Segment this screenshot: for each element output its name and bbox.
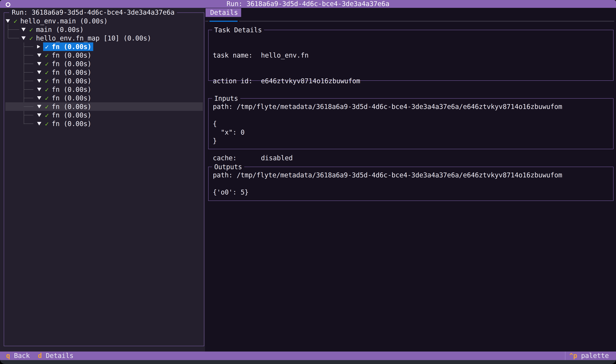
- tab-underline-active: [209, 21, 238, 22]
- triangle-down-icon[interactable]: [6, 19, 10, 23]
- tree-node-fn[interactable]: ✓fn (0.00s): [5, 60, 203, 68]
- key-ctrl-p: ^p: [569, 351, 577, 360]
- tree-panel-title: Run: 3618a6a9-3d5d-4d6c-bce4-3de3a4a37e6…: [9, 8, 177, 17]
- tree-node-fn[interactable]: ✓fn (0.00s): [5, 94, 203, 102]
- outputs-box: Outputs path: /tmp/flyte/metadata/3618a6…: [208, 167, 614, 201]
- check-icon: ✓: [29, 26, 34, 33]
- status-bar-hints: qBack dDetails: [6, 351, 74, 360]
- kv-value: e646ztvkyv8714o16zbuwufom: [261, 77, 360, 85]
- tree-node-label: fn (0.00s): [52, 94, 91, 102]
- task-details-box: Task Details task name:hello_env.fn acti…: [208, 30, 614, 81]
- tree-node-label: hello_env.main (0.00s): [20, 17, 108, 25]
- hint-back[interactable]: qBack: [6, 351, 30, 360]
- window-bottom-edge: [0, 360, 616, 364]
- kv-label: action id:: [213, 77, 261, 85]
- tree-node-fn[interactable]: ✓fn (0.00s): [5, 119, 203, 128]
- hint-palette-label: palette: [581, 351, 609, 360]
- tab-details[interactable]: Details: [205, 8, 241, 17]
- tree-node-label: hello_env.fn_map [10] (0.00s): [36, 34, 151, 42]
- kv-row: action id:e646ztvkyv8714o16zbuwufom: [213, 77, 609, 85]
- check-icon: ✓: [45, 103, 50, 110]
- hint-back-label: Back: [14, 351, 30, 360]
- check-icon: ✓: [45, 86, 50, 93]
- run-tree: ✓hello_env.main (0.00s) ✓main (0.00s) ✓h…: [5, 17, 203, 128]
- key-q: q: [6, 351, 10, 360]
- triangle-down-icon[interactable]: [21, 28, 26, 31]
- palette-hint-area: ^ppalette: [565, 351, 616, 360]
- triangle-down-icon[interactable]: [37, 122, 42, 126]
- tree-node-main[interactable]: ✓main (0.00s): [5, 25, 203, 34]
- task-details-title: Task Details: [212, 26, 264, 34]
- tree-node-hello-env-main[interactable]: ✓hello_env.main (0.00s): [5, 17, 203, 25]
- tree-node-fn[interactable]: ✓fn (0.00s): [5, 51, 203, 60]
- inputs-content: path: /tmp/flyte/metadata/3618a6a9-3d5d-…: [208, 99, 613, 149]
- kv-label: task name:: [213, 51, 261, 60]
- triangle-down-icon[interactable]: [37, 79, 42, 83]
- check-icon: ✓: [45, 94, 50, 102]
- tree-node-fn-map[interactable]: ✓hello_env.fn_map [10] (0.00s): [5, 34, 203, 42]
- check-icon: ✓: [45, 120, 50, 128]
- check-icon: ✓: [45, 69, 50, 76]
- kv-value: disabled: [261, 154, 293, 162]
- check-icon: ✓: [45, 77, 50, 85]
- hint-details[interactable]: dDetails: [38, 351, 73, 360]
- kv-value: hello_env.fn: [261, 51, 308, 60]
- titlebar: Run: 3618a6a9-3d5d-4d6c-bce4-3de3a4a37e6…: [0, 0, 616, 8]
- run-tree-panel: Run: 3618a6a9-3d5d-4d6c-bce4-3de3a4a37e6…: [0, 8, 205, 351]
- triangle-down-icon[interactable]: [37, 53, 42, 57]
- triangle-down-icon[interactable]: [37, 96, 42, 100]
- hint-details-label: Details: [46, 351, 74, 360]
- key-d: d: [38, 351, 42, 360]
- check-icon: ✓: [45, 112, 50, 119]
- tree-node-label: fn (0.00s): [52, 103, 91, 111]
- tree-node-label: main (0.00s): [36, 26, 84, 34]
- check-icon: ✓: [29, 35, 34, 42]
- tree-node-fn-hovered[interactable]: ✓fn (0.00s): [5, 102, 203, 111]
- check-icon: ✓: [45, 43, 50, 51]
- outputs-title: Outputs: [212, 163, 244, 171]
- kv-row: task name:hello_env.fn: [213, 51, 609, 60]
- outputs-content: path: /tmp/flyte/metadata/3618a6a9-3d5d-…: [208, 167, 613, 201]
- check-icon: ✓: [45, 60, 50, 67]
- kv-row: cache:disabled: [213, 154, 609, 162]
- check-icon: ✓: [13, 17, 18, 25]
- tree-node-fn-selected[interactable]: ✓fn (0.00s): [5, 42, 203, 51]
- tree-node-label: fn (0.00s): [52, 120, 91, 128]
- kv-label: cache:: [213, 154, 261, 162]
- window-title: Run: 3618a6a9-3d5d-4d6c-bce4-3de3a4a37e6…: [0, 0, 616, 8]
- status-bar: qBack dDetails ^ppalette: [0, 351, 616, 360]
- tree-node-fn[interactable]: ✓fn (0.00s): [5, 85, 203, 94]
- triangle-down-icon[interactable]: [37, 71, 42, 74]
- hint-palette[interactable]: ^ppalette: [569, 351, 616, 360]
- tab-underline: [205, 21, 208, 22]
- check-icon: ✓: [45, 52, 50, 59]
- tree-node-label: fn (0.00s): [52, 86, 91, 93]
- tree-node-label: fn (0.00s): [52, 111, 91, 119]
- inputs-title: Inputs: [212, 94, 240, 103]
- tree-node-fn[interactable]: ✓fn (0.00s): [5, 111, 203, 119]
- tree-node-fn[interactable]: ✓fn (0.00s): [5, 77, 203, 85]
- triangle-down-icon[interactable]: [21, 36, 26, 40]
- triangle-right-icon[interactable]: [37, 45, 42, 49]
- tree-node-label: fn (0.00s): [52, 52, 91, 59]
- app-window: Run: 3618a6a9-3d5d-4d6c-bce4-3de3a4a37e6…: [0, 0, 616, 364]
- tree-node-label: fn (0.00s): [52, 60, 91, 68]
- tree-node-label: fn (0.00s): [52, 77, 91, 85]
- inputs-box: Inputs path: /tmp/flyte/metadata/3618a6a…: [208, 98, 614, 149]
- tree-node-label: fn (0.00s): [52, 69, 91, 76]
- tab-underline: [239, 21, 614, 22]
- triangle-down-icon[interactable]: [37, 113, 42, 117]
- triangle-down-icon[interactable]: [37, 88, 42, 91]
- tree-node-label: fn (0.00s): [52, 43, 91, 51]
- tree-node-fn[interactable]: ✓fn (0.00s): [5, 68, 203, 77]
- details-panel: Details Task Details task name:hello_env…: [205, 8, 616, 351]
- triangle-down-icon[interactable]: [37, 62, 42, 65]
- triangle-down-icon[interactable]: [37, 105, 42, 108]
- status-bar-divider: [565, 351, 565, 360]
